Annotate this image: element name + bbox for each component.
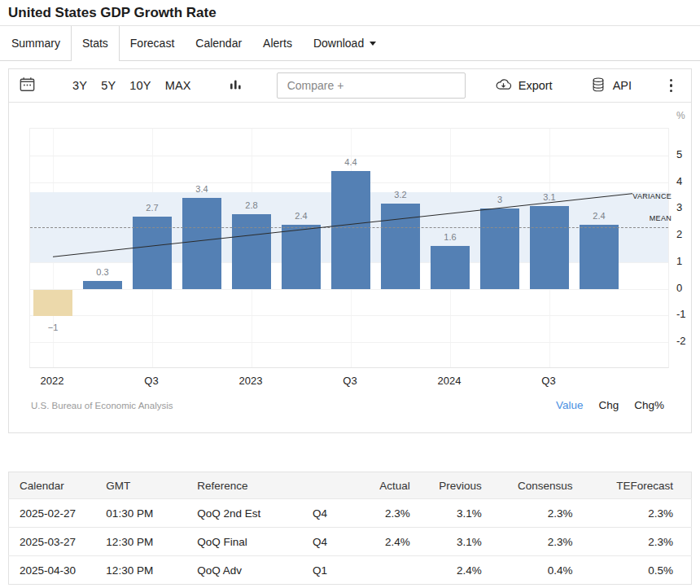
h-gridline — [30, 289, 668, 290]
y-axis-tick-label: 5 — [676, 147, 682, 162]
range-10y-button[interactable]: 10Y — [129, 79, 151, 92]
tab-alerts[interactable]: Alerts — [252, 26, 303, 60]
bar-value-label: 3.1 — [543, 192, 555, 202]
gdp-bar[interactable] — [431, 246, 470, 288]
compare-input[interactable] — [277, 72, 466, 99]
bar-value-label: 3.2 — [394, 190, 406, 200]
gdp-growth-chart: −10.32.73.42.82.44.43.21.633.12.4VARIANC… — [9, 103, 691, 432]
range-buttons: 3Y 5Y 10Y MAX — [72, 79, 191, 92]
export-button[interactable]: Export — [495, 76, 553, 95]
plot-area: −10.32.73.42.82.44.43.21.633.12.4VARIANC… — [29, 128, 669, 368]
table-cell: Q4 — [313, 528, 353, 556]
page-title: United States GDP Growth Rate — [8, 5, 692, 21]
table-cell: 2.3% — [353, 499, 410, 528]
chevron-down-icon — [370, 42, 376, 46]
table-cell: QoQ Final — [197, 528, 313, 556]
table-row: 2025-04-3012:30 PMQoQ AdvQ12.4%0.4%0.5% — [9, 556, 692, 585]
tab-download-label: Download — [313, 37, 364, 50]
bar-value-label: 3 — [497, 195, 502, 204]
calendar-icon — [18, 75, 37, 96]
table-header-cell: GMT — [106, 472, 197, 499]
y-axis-tick-label: -2 — [676, 334, 686, 349]
view-link-chg-pct[interactable]: Chg% — [634, 399, 664, 411]
table-cell: 2025-03-27 — [9, 528, 107, 556]
x-axis-tick-label: 2024 — [438, 375, 462, 387]
bar-value-label: 2.8 — [245, 200, 257, 210]
variance-annotation: VARIANCE — [632, 192, 672, 201]
mean-line — [30, 227, 668, 228]
bar-value-label: 1.6 — [444, 232, 456, 242]
table-cell: 12:30 PM — [106, 556, 197, 585]
y-axis-unit-label: % — [676, 108, 685, 123]
gdp-bar[interactable] — [381, 204, 420, 289]
kebab-icon — [670, 79, 672, 81]
view-link-chg[interactable]: Chg — [598, 399, 619, 411]
api-label: API — [613, 79, 632, 92]
table-cell: 12:30 PM — [106, 528, 197, 556]
bar-value-label: 3.4 — [195, 184, 208, 194]
bar-value-label: 2.4 — [295, 211, 307, 221]
page-header: United States GDP Growth Rate — [0, 0, 700, 26]
table-header-row: CalendarGMTReferenceActualPreviousConsen… — [9, 472, 692, 499]
bar-value-label: 0.3 — [96, 267, 108, 277]
table-cell: Q4 — [313, 499, 353, 528]
tab-calendar[interactable]: Calendar — [185, 26, 252, 60]
x-axis-tick-label: Q3 — [541, 375, 555, 387]
table-cell: 2.3% — [573, 528, 692, 556]
table-cell: 01:30 PM — [106, 499, 197, 528]
api-button[interactable]: API — [590, 77, 632, 95]
table-header-cell: Calendar — [9, 472, 107, 499]
table-cell: 0.4% — [482, 556, 573, 585]
table-header-cell: Consensus — [482, 472, 573, 499]
date-range-calendar-button[interactable] — [18, 75, 37, 96]
table-header-cell — [313, 472, 353, 499]
table-row: 2025-03-2712:30 PMQoQ FinalQ42.4%3.1%2.3… — [9, 528, 692, 556]
view-link-value[interactable]: Value — [556, 399, 584, 411]
database-icon — [590, 77, 606, 95]
gdp-bar[interactable] — [331, 171, 370, 288]
table-cell: 2.4% — [353, 528, 410, 556]
table-cell — [353, 556, 410, 585]
gdp-bar[interactable] — [33, 290, 72, 317]
range-max-button[interactable]: MAX — [165, 79, 191, 92]
table-cell: 0.5% — [573, 556, 692, 585]
gdp-bar[interactable] — [530, 206, 569, 289]
gdp-bar[interactable] — [182, 198, 221, 288]
tab-bar: Summary Stats Forecast Calendar Alerts D… — [0, 26, 700, 61]
range-3y-button[interactable]: 3Y — [72, 79, 87, 92]
y-axis-tick-label: 3 — [676, 200, 682, 215]
x-axis-tick-label: 2023 — [239, 375, 263, 387]
table-cell: 2025-02-27 — [9, 499, 107, 528]
h-gridline — [30, 342, 668, 343]
tab-stats[interactable]: Stats — [71, 26, 120, 61]
view-links: Value Chg Chg% — [556, 399, 664, 411]
table-cell: 2.4% — [410, 556, 482, 585]
table-cell: 2.3% — [482, 499, 573, 528]
y-axis-tick-label: 0 — [676, 281, 682, 296]
gdp-bar[interactable] — [480, 208, 519, 288]
y-axis-tick-label: 1 — [676, 254, 682, 269]
chart-type-button[interactable] — [229, 77, 243, 94]
mean-annotation: MEAN — [650, 214, 672, 223]
table-cell: 3.1% — [410, 499, 482, 528]
tab-download[interactable]: Download — [303, 26, 387, 60]
table-header-cell: TEForecast — [573, 472, 692, 499]
gdp-bar[interactable] — [83, 281, 122, 289]
tab-forecast[interactable]: Forecast — [120, 26, 185, 60]
bar-value-label: 2.4 — [593, 211, 605, 221]
table-header-cell: Reference — [197, 472, 313, 499]
table-cell: Q1 — [313, 556, 353, 585]
cloud-download-icon — [495, 76, 512, 95]
gdp-bar[interactable] — [580, 225, 619, 289]
table-cell: 2.3% — [573, 499, 692, 528]
table-cell: QoQ 2nd Est — [197, 499, 313, 528]
y-axis-tick-label: 4 — [676, 174, 682, 189]
range-5y-button[interactable]: 5Y — [101, 79, 116, 92]
gdp-bar[interactable] — [232, 214, 271, 289]
x-axis-tick-label: 2022 — [41, 375, 64, 387]
tab-summary[interactable]: Summary — [1, 26, 71, 60]
kebab-menu-button[interactable] — [667, 77, 675, 94]
source-label: U.S. Bureau of Economic Analysis — [31, 401, 173, 410]
table-cell: 2025-04-30 — [9, 556, 107, 585]
gdp-bar[interactable] — [282, 225, 321, 289]
